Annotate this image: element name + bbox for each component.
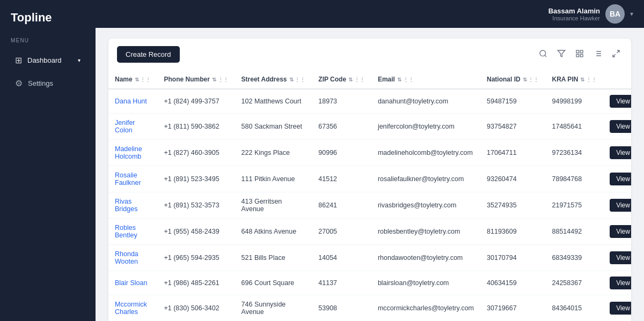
sidebar-item-label: Dashboard <box>27 56 62 64</box>
user-chevron-icon[interactable]: ▾ <box>630 10 633 18</box>
name-link[interactable]: Blair Sloan <box>115 279 147 287</box>
name-link[interactable]: Rhonda Wooten <box>115 250 138 265</box>
svg-rect-3 <box>576 50 579 53</box>
cell-kra-pin: 88514492 <box>545 219 603 245</box>
cell-zip: 86241 <box>312 192 371 219</box>
col-email: Email ⇅ ⋮⋮ <box>371 70 480 89</box>
cell-zip: 14054 <box>312 245 371 271</box>
cell-email: roblesbentley@toyletry.com <box>371 219 480 245</box>
svg-line-14 <box>613 54 616 57</box>
col-kra-pin: KRA PIN ⇅ ⋮⋮ <box>545 70 603 89</box>
cell-actions: View <box>603 245 631 271</box>
user-info: Bassam Alamin Insurance Hawker BA ▾ <box>548 4 633 24</box>
cell-name: Dana Hunt <box>108 89 157 114</box>
cell-zip: 90996 <box>312 140 371 166</box>
name-link[interactable]: Dana Hunt <box>115 98 147 105</box>
cell-actions: View <box>603 295 631 322</box>
table-row: Blair Sloan +1 (986) 485-2261 696 Court … <box>108 271 631 295</box>
cell-phone: +1 (811) 590-3862 <box>157 114 235 140</box>
cell-actions: View <box>603 271 631 295</box>
user-text: Bassam Alamin Insurance Hawker <box>548 7 600 21</box>
settings-icon: ⚙ <box>15 78 23 88</box>
cell-address: 696 Court Square <box>235 271 312 295</box>
cell-kra-pin: 24258367 <box>545 271 603 295</box>
cell-email: mccormickcharles@toyletry.com <box>371 295 480 322</box>
view-button[interactable]: View <box>610 302 631 315</box>
cell-actions: View <box>603 140 631 166</box>
cell-phone: +1 (891) 532-3573 <box>157 192 235 219</box>
view-button[interactable]: View <box>610 146 631 159</box>
cell-email: rivasbridges@toyletry.com <box>371 192 480 219</box>
svg-marker-2 <box>558 50 565 57</box>
cell-email: rhondawooten@toyletry.com <box>371 245 480 271</box>
cell-phone: +1 (824) 499-3757 <box>157 89 235 114</box>
name-link[interactable]: Jenifer Colon <box>115 119 135 134</box>
cell-kra-pin: 78984768 <box>545 166 603 192</box>
cell-address: 580 Sackman Street <box>235 114 312 140</box>
content-area: Create Record <box>96 28 644 321</box>
sidebar-item-settings[interactable]: ⚙ Settings <box>4 73 91 94</box>
list-view-icon[interactable] <box>591 47 604 62</box>
sidebar-item-label: Settings <box>28 79 53 87</box>
table-row: Robles Bentley +1 (955) 458-2439 648 Atk… <box>108 219 631 245</box>
cell-phone: +1 (891) 523-3495 <box>157 166 235 192</box>
cell-national-id: 40634159 <box>480 271 545 295</box>
cell-national-id: 93754827 <box>480 114 545 140</box>
table-header-row: Name ⇅ ⋮⋮ Phone Number ⇅ ⋮⋮ <box>108 70 631 89</box>
name-link[interactable]: Robles Bentley <box>115 224 137 239</box>
view-button[interactable]: View <box>610 120 631 133</box>
cell-zip: 53908 <box>312 295 371 322</box>
avatar: BA <box>605 4 625 24</box>
cell-email: blairsloan@toyletry.com <box>371 271 480 295</box>
table-row: Dana Hunt +1 (824) 499-3757 102 Matthews… <box>108 89 631 114</box>
cell-national-id: 30719667 <box>480 295 545 322</box>
cell-name: Madeline Holcomb <box>108 140 157 166</box>
cell-email: madelineholcomb@toyletry.com <box>371 140 480 166</box>
cell-national-id: 93260474 <box>480 166 545 192</box>
create-record-button[interactable]: Create Record <box>117 46 180 63</box>
view-button[interactable]: View <box>610 173 631 185</box>
view-button[interactable]: View <box>610 225 631 238</box>
cell-name: Blair Sloan <box>108 271 157 295</box>
cell-phone: +1 (955) 458-2439 <box>157 219 235 245</box>
view-button[interactable]: View <box>610 95 631 108</box>
cell-national-id: 17064711 <box>480 140 545 166</box>
col-national-id: National ID ⇅ ⋮⋮ <box>480 70 545 89</box>
cell-kra-pin: 84364015 <box>545 295 603 322</box>
user-name: Bassam Alamin <box>548 7 600 15</box>
cell-kra-pin: 97236134 <box>545 140 603 166</box>
expand-icon[interactable] <box>610 47 623 62</box>
app-logo: Topline <box>0 0 96 38</box>
name-link[interactable]: Rosalie Faulkner <box>115 171 141 186</box>
toolbar-actions <box>537 47 623 62</box>
sidebar: Topline MENU ⊞ Dashboard ▾ ⚙ Settings <box>0 0 96 321</box>
view-button[interactable]: View <box>610 251 631 264</box>
name-link[interactable]: Mccormick Charles <box>115 301 147 316</box>
cell-actions: View <box>603 89 631 114</box>
cell-phone: +1 (830) 506-3402 <box>157 295 235 322</box>
col-zip: ZIP Code ⇅ ⋮⋮ <box>312 70 371 89</box>
svg-line-13 <box>617 50 619 53</box>
table-row: Madeline Holcomb +1 (827) 460-3905 222 K… <box>108 140 631 166</box>
cell-address: 521 Bills Place <box>235 245 312 271</box>
cell-zip: 41137 <box>312 271 371 295</box>
cell-address: 102 Matthews Court <box>235 89 312 114</box>
table-row: Mccormick Charles +1 (830) 506-3402 746 … <box>108 295 631 322</box>
view-button[interactable]: View <box>610 199 631 212</box>
main-area: Bassam Alamin Insurance Hawker BA ▾ Crea… <box>96 0 644 321</box>
svg-rect-5 <box>576 54 579 57</box>
filter-icon[interactable] <box>555 47 568 62</box>
svg-rect-6 <box>580 54 583 57</box>
cell-national-id: 30170794 <box>480 245 545 271</box>
menu-label: MENU <box>0 38 96 49</box>
name-link[interactable]: Rivas Bridges <box>115 198 137 213</box>
search-icon[interactable] <box>537 47 550 62</box>
cell-name: Mccormick Charles <box>108 295 157 322</box>
name-link[interactable]: Madeline Holcomb <box>115 145 142 160</box>
sidebar-item-dashboard[interactable]: ⊞ Dashboard ▾ <box>4 50 91 71</box>
cell-kra-pin: 94998199 <box>545 89 603 114</box>
view-button[interactable]: View <box>610 277 631 289</box>
cell-phone: +1 (986) 485-2261 <box>157 271 235 295</box>
table-row: Jenifer Colon +1 (811) 590-3862 580 Sack… <box>108 114 631 140</box>
grid-view-icon[interactable] <box>573 47 586 62</box>
